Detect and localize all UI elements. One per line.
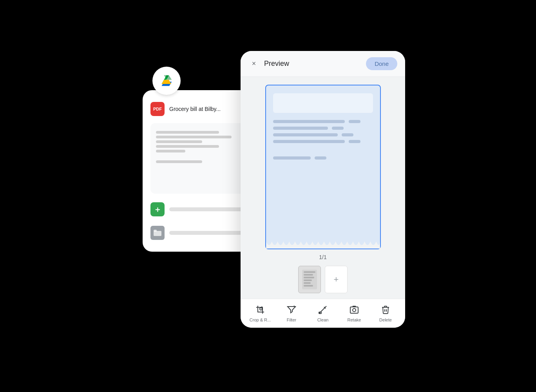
svg-rect-1 (154, 230, 157, 232)
doc-line (156, 140, 202, 143)
filter-icon (286, 304, 297, 316)
scan-document (265, 85, 381, 249)
retake-label: Retake (348, 318, 361, 322)
scan-receipt-bottom (266, 241, 380, 249)
clean-label: Clean (317, 318, 329, 322)
doc-line (156, 131, 219, 134)
preview-header: × Preview Done (241, 51, 405, 77)
crop-label: Crop & R... (250, 318, 271, 322)
scan-line (332, 127, 344, 130)
doc-line (156, 160, 202, 163)
doc-line (156, 145, 219, 148)
retake-icon (348, 304, 360, 316)
drive-logo (152, 67, 181, 95)
folder-icon (150, 226, 165, 240)
scan-header-area (273, 93, 373, 113)
svg-point-6 (353, 309, 356, 312)
svg-rect-5 (350, 307, 358, 313)
preview-toolbar: Crop & R... Filter (241, 299, 405, 328)
delete-button[interactable]: Delete (374, 304, 397, 322)
preview-title: Preview (264, 60, 361, 68)
filter-label: Filter (287, 318, 296, 322)
scan-line (273, 127, 328, 130)
scan-line (273, 120, 345, 123)
add-page-button[interactable]: + (325, 266, 348, 293)
preview-modal: × Preview Done (241, 51, 405, 328)
svg-line-3 (294, 306, 295, 307)
done-button[interactable]: Done (366, 57, 397, 70)
scan-lines (273, 120, 373, 233)
retake-button[interactable]: Retake (342, 304, 366, 322)
pagination: 1/1 (241, 249, 405, 263)
thumbnails-row: + (241, 263, 405, 299)
doc-line (156, 150, 185, 152)
svg-point-2 (260, 308, 262, 310)
crop-icon (254, 304, 266, 316)
crop-button[interactable]: Crop & R... (248, 304, 272, 322)
clean-icon (317, 304, 329, 316)
scan-line (349, 140, 360, 143)
thumb-doc-preview (302, 270, 317, 289)
filter-button[interactable]: Filter (280, 304, 303, 322)
preview-body (241, 77, 405, 249)
scan-line (342, 133, 353, 136)
scene: PDF Grocery bill at Bilby... ⋮ (92, 27, 444, 365)
close-button[interactable]: × (248, 58, 259, 69)
clean-button[interactable]: Clean (311, 304, 335, 322)
thumbnail-1[interactable] (298, 266, 321, 293)
pdf-icon: PDF (150, 102, 165, 116)
delete-icon (380, 304, 391, 316)
scan-line (273, 133, 338, 136)
scan-line (315, 156, 326, 160)
scan-line (273, 156, 311, 160)
doc-line (156, 136, 232, 138)
new-file-icon: ＋ (150, 202, 165, 216)
scan-line (349, 120, 360, 123)
scan-line (273, 140, 345, 143)
delete-label: Delete (379, 318, 392, 322)
